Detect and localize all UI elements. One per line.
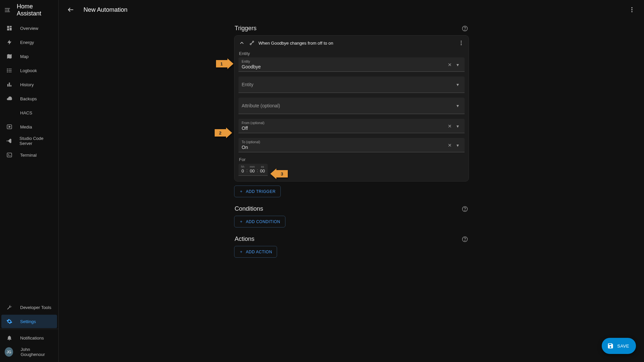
sidebar-item-label: Logbook: [20, 68, 37, 73]
svg-rect-4: [10, 26, 12, 27]
collapse-icon[interactable]: [238, 40, 245, 46]
entity-input[interactable]: Entity Goodbye ✕ ▾: [238, 57, 465, 72]
svg-point-32: [465, 210, 465, 210]
vscode-icon: [6, 138, 12, 144]
section-title: Triggers: [235, 25, 257, 32]
sidebar-item-notifications[interactable]: Notifications: [1, 331, 57, 345]
sidebar-item-logbook[interactable]: Logbook: [1, 64, 57, 77]
overflow-menu-button[interactable]: [626, 4, 638, 16]
chevron-down-icon[interactable]: ▾: [454, 123, 461, 130]
sidebar-item-developer-tools[interactable]: Developer Tools: [1, 301, 57, 314]
svg-rect-3: [7, 26, 9, 28]
sidebar-item-label: Map: [20, 54, 29, 59]
svg-point-30: [461, 44, 462, 45]
clear-icon[interactable]: ✕: [446, 142, 453, 149]
sidebar-item-energy[interactable]: Energy: [1, 36, 57, 49]
hacs-icon: [6, 109, 13, 116]
sidebar-item-user[interactable]: JG John Goughenour: [1, 345, 57, 359]
entity-section-label: Entity: [239, 51, 465, 56]
sidebar-item-label: HACS: [20, 110, 32, 115]
play-icon: [6, 123, 13, 130]
sidebar-item-media[interactable]: Media: [1, 120, 57, 134]
svg-point-21: [631, 7, 632, 8]
plus-icon: ＋: [239, 189, 244, 194]
from-input[interactable]: From (optional) Off ✕ ▾: [238, 119, 465, 133]
svg-point-11: [7, 70, 8, 71]
svg-point-34: [465, 240, 465, 241]
section-header-actions: Actions: [234, 234, 469, 246]
sidebar-item-studio-code[interactable]: Studio Code Server: [1, 134, 57, 148]
sidebar-item-label: Terminal: [20, 153, 37, 158]
sidebar-item-history[interactable]: History: [1, 78, 57, 91]
to-input[interactable]: To (optional) On ✕ ▾: [238, 138, 465, 152]
sidebar-item-map[interactable]: Map: [1, 50, 57, 63]
sidebar: Home Assistant Overview Energy Map Logbo…: [0, 0, 59, 362]
clear-icon[interactable]: ✕: [446, 123, 453, 130]
from-value: Off: [242, 125, 446, 131]
sidebar-item-label: Energy: [20, 40, 34, 45]
entity-float-label: Entity: [242, 60, 446, 63]
sidebar-item-settings[interactable]: Settings: [1, 315, 57, 328]
sidebar-item-label: Overview: [20, 26, 38, 31]
gear-icon: [6, 318, 13, 325]
section-header-triggers: Triggers: [234, 23, 469, 35]
page-title: New Automation: [84, 6, 127, 13]
duration-input[interactable]: hh0 : mm00 : ss00: [238, 164, 268, 176]
sidebar-footer: Notifications JG John Goughenour: [0, 329, 58, 362]
attribute-placeholder: Attribute (optional): [242, 103, 280, 108]
help-icon[interactable]: [462, 236, 468, 243]
back-button[interactable]: [65, 4, 77, 16]
chevron-down-icon[interactable]: ▾: [454, 142, 461, 149]
annotation-arrow-1: 1: [216, 58, 233, 69]
chevron-down-icon[interactable]: ▾: [454, 102, 461, 109]
entity-input-2[interactable]: Entity ▾: [238, 76, 465, 93]
sidebar-item-label: History: [20, 82, 34, 87]
svg-point-12: [7, 72, 8, 72]
state-icon: [249, 40, 255, 46]
plus-icon: ＋: [239, 249, 244, 255]
sidebar-item-backups[interactable]: Backups: [1, 92, 57, 105]
svg-rect-18: [7, 153, 12, 157]
svg-rect-15: [10, 85, 11, 87]
bell-icon: [6, 334, 13, 341]
sidebar-item-label: Media: [20, 124, 32, 130]
sidebar-item-label: Studio Code Server: [19, 136, 52, 146]
attribute-input[interactable]: Attribute (optional) ▾: [238, 98, 465, 114]
chevron-down-icon[interactable]: ▾: [454, 61, 461, 68]
sidebar-item-label: Backups: [20, 96, 37, 101]
chart-icon: [6, 81, 13, 88]
add-trigger-button[interactable]: ＋ ADD TRIGGER: [234, 186, 281, 197]
svg-rect-13: [7, 84, 8, 87]
wrench-icon: [6, 304, 13, 311]
terminal-icon: [6, 152, 13, 158]
svg-rect-6: [7, 29, 9, 31]
entity2-placeholder: Entity: [242, 82, 254, 87]
sidebar-item-label: Notifications: [20, 335, 44, 341]
annotation-arrow-2: 2: [215, 127, 232, 138]
sidebar-item-overview[interactable]: Overview: [1, 21, 57, 35]
svg-rect-14: [9, 83, 10, 87]
section-title: Conditions: [235, 205, 263, 212]
add-action-button[interactable]: ＋ ADD ACTION: [234, 246, 277, 258]
sidebar-bottom-nav: Developer Tools Settings: [0, 301, 58, 329]
menu-collapse-icon[interactable]: [4, 7, 11, 13]
dashboard-icon: [6, 25, 13, 32]
trigger-overflow-button[interactable]: [458, 40, 465, 46]
help-icon[interactable]: [462, 206, 468, 212]
avatar: JG: [5, 347, 13, 357]
add-condition-button[interactable]: ＋ ADD CONDITION: [234, 216, 285, 227]
svg-point-26: [250, 44, 251, 45]
sidebar-header: Home Assistant: [0, 0, 58, 20]
clear-icon[interactable]: ✕: [446, 61, 453, 68]
svg-point-23: [631, 11, 632, 12]
duration-ss: 00: [260, 168, 265, 173]
map-icon: [6, 53, 13, 60]
help-icon[interactable]: [462, 25, 468, 32]
chevron-down-icon[interactable]: ▾: [454, 81, 461, 88]
section-title: Actions: [235, 236, 255, 243]
sidebar-item-terminal[interactable]: Terminal: [1, 148, 57, 162]
sidebar-item-hacs[interactable]: HACS: [1, 106, 57, 119]
save-button[interactable]: SAVE: [602, 338, 636, 354]
svg-marker-17: [9, 126, 11, 128]
trigger-summary: When Goodbye changes from off to on: [259, 41, 333, 46]
